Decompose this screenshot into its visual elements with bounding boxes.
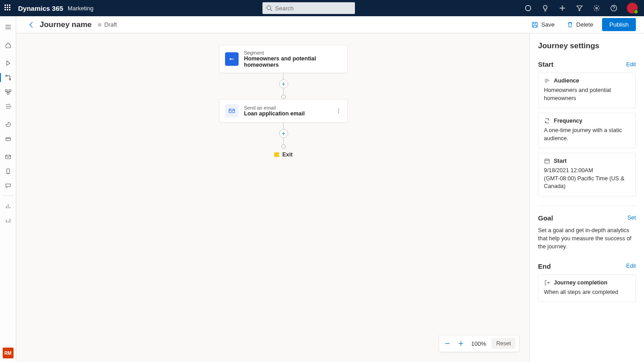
lightbulb-icon[interactable] — [541, 4, 549, 12]
brand-name: Dynamics 365 — [18, 5, 63, 12]
filter-icon[interactable] — [575, 4, 584, 12]
app-name: Marketing — [68, 5, 93, 12]
target-icon[interactable] — [524, 4, 532, 12]
search-icon — [266, 5, 272, 11]
svg-point-5 — [596, 7, 598, 9]
add-icon[interactable] — [558, 4, 566, 12]
search-input[interactable] — [275, 5, 351, 12]
settings-icon[interactable] — [593, 4, 601, 12]
global-search[interactable] — [262, 2, 355, 14]
user-avatar[interactable] — [627, 3, 638, 14]
svg-line-1 — [271, 9, 272, 11]
app-launcher-icon[interactable] — [5, 5, 12, 12]
svg-point-0 — [267, 6, 271, 10]
help-icon[interactable] — [610, 4, 618, 12]
global-header: Dynamics 365 Marketing — [0, 0, 644, 16]
